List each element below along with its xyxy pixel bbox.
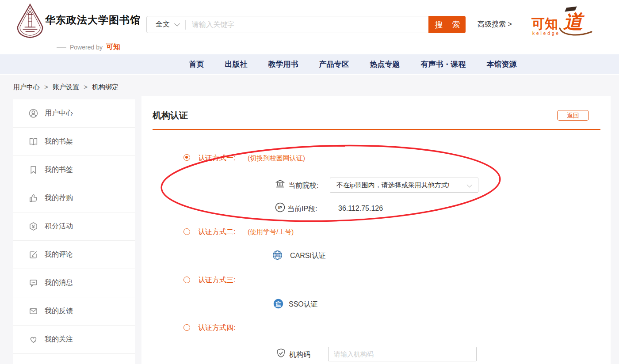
auth-method-2-note: (使用学号/工号) [248,228,294,236]
svg-text:IP: IP [278,205,282,210]
carsi-auth-link[interactable]: CARSI认证 [290,251,326,261]
page: 华东政法大学图书馆 Powered by 可知 全文 搜 索 高级搜索 > 可知… [0,0,619,364]
sidebar-item-my-bookshelf[interactable]: 我的书架 [13,128,135,156]
nav-item-product-zone[interactable]: 产品专区 [319,59,349,69]
search-button[interactable]: 搜 索 [428,16,466,33]
sidebar-item-my-recommendations[interactable]: 我的荐购 [13,184,135,212]
yen-badge-icon [29,222,38,231]
sidebar-item-my-messages[interactable]: 我的消息 [13,269,135,297]
search-input[interactable] [186,21,428,29]
radio-auth-method-4[interactable] [183,324,190,331]
ip-icon: IP [275,202,285,212]
bookmark-icon [29,165,38,174]
auth-method-4-label[interactable]: 认证方式四: [198,323,235,333]
auth-method-1-note: (切换到校园网认证) [248,154,305,163]
chat-bubble-icon [29,278,38,288]
radio-auth-method-1[interactable] [183,154,190,161]
search-scope-select[interactable]: 全文 [147,20,185,29]
breadcrumb-institution-binding[interactable]: 机构绑定 [92,83,118,91]
main-panel: 机构认证 返回 认证方式一: (切换到校园网认证) 当前院校: 不在ip范围内，… [141,96,611,364]
sidebar-item-my-bookmarks[interactable]: 我的书签 [13,156,135,184]
auth-method-2-label[interactable]: 认证方式二: [198,228,235,237]
powered-by-text: Powered by [70,44,103,51]
sidebar-item-my-follows[interactable]: 我的关注 [13,326,135,354]
open-book-icon [29,137,38,146]
keledge-logo: 可知 keledge 道 [531,5,593,42]
powered-by: Powered by 可知 [57,42,120,52]
swoosh-icon [559,27,593,38]
breadcrumb-account-settings[interactable]: 账户设置 [53,83,79,91]
current-ip-label: 当前IP段: [287,205,317,214]
radio-auth-method-2[interactable] [183,228,190,235]
back-button[interactable]: 返回 [557,110,589,121]
current-ip-value: 36.112.75.126 [338,205,383,212]
edit-icon [29,250,38,259]
breadcrumb-separator: > [44,83,48,91]
powered-by-brand: 可知 [106,42,120,52]
search-bar: 全文 搜 索 [146,16,466,33]
advanced-search-link[interactable]: 高级搜索 > [478,20,512,29]
keledge-logo-en: keledge [532,31,560,36]
carsi-icon: CARSI [272,250,283,260]
auth-method-1-label[interactable]: 认证方式一: [198,154,235,163]
auth-method-3-label[interactable]: 认证方式三: [198,276,235,285]
chevron-down-icon [174,21,180,27]
sso-icon [273,299,283,309]
shield-check-icon [276,348,286,358]
nav-item-audiobooks-courses[interactable]: 有声书・课程 [421,59,466,69]
sidebar-item-my-comments[interactable]: 我的评论 [13,241,135,269]
search-scope-value: 全文 [156,20,170,29]
header: 华东政法大学图书馆 Powered by 可知 全文 搜 索 高级搜索 > 可知… [0,0,619,54]
nav-item-home[interactable]: 首页 [189,59,204,69]
breadcrumb-separator: > [84,83,88,91]
chevron-down-icon [467,182,473,187]
sso-auth-link[interactable]: SSO认证 [289,300,318,309]
keledge-logo-cn: 可知 [531,15,558,33]
main-nav: 首页 出版社 教学用书 产品专区 热点专题 有声书・课程 本馆资源 [0,54,619,74]
nav-item-library-resources[interactable]: 本馆资源 [487,59,517,69]
breadcrumb: 用户中心 > 账户设置 > 机构绑定 [13,83,118,91]
heart-plus-icon [29,335,38,344]
page-title: 机构认证 [153,110,188,121]
org-code-label: 机构码 [289,350,310,360]
sidebar-item-points-activity[interactable]: 积分活动 [13,212,135,241]
nav-item-textbooks[interactable]: 教学用书 [268,59,298,69]
nav-item-hot-topics[interactable]: 热点专题 [370,59,400,69]
sidebar-item-user-center[interactable]: 用户中心 [13,99,135,128]
dash-decoration [57,47,66,48]
envelope-icon [29,307,38,316]
school-select[interactable]: 不在ip范围内，请选择或采用其他方式! [330,178,478,193]
university-emblem-icon [16,4,44,39]
breadcrumb-user-center[interactable]: 用户中心 [13,83,40,91]
sidebar: 用户中心 我的书架 我的书签 我的荐购 [13,99,135,364]
thumbs-up-icon [29,193,38,203]
svg-text:CARSI: CARSI [275,254,281,256]
org-code-input[interactable] [328,347,477,361]
radio-auth-method-3[interactable] [183,277,190,283]
nav-item-publishers[interactable]: 出版社 [225,59,248,69]
current-school-label: 当前院校: [288,181,318,190]
title-divider [153,129,600,130]
school-select-value: 不在ip范围内，请选择或采用其他方式! [330,181,467,190]
institution-building-icon [275,178,285,189]
user-icon [29,109,38,118]
sidebar-item-my-feedback[interactable]: 我的反馈 [13,297,135,326]
university-name: 华东政法大学图书馆 [45,13,141,27]
